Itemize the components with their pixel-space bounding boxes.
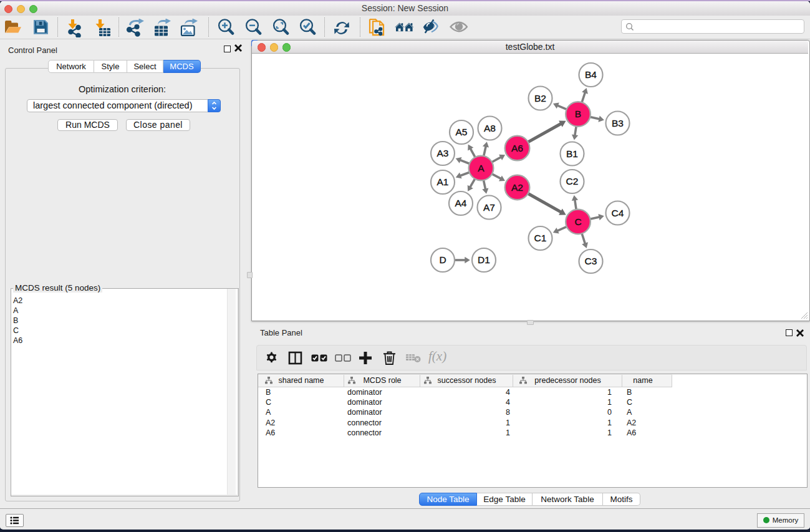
svg-text:C1: C1 bbox=[534, 233, 547, 243]
svg-text:B: B bbox=[575, 109, 581, 119]
svg-text:B4: B4 bbox=[585, 69, 597, 80]
svg-text:B3: B3 bbox=[612, 118, 624, 128]
svg-text:C: C bbox=[574, 216, 581, 227]
svg-text:A3: A3 bbox=[437, 148, 449, 158]
svg-text:B1: B1 bbox=[566, 148, 578, 159]
svg-text:A1: A1 bbox=[437, 177, 449, 187]
svg-text:A5: A5 bbox=[456, 127, 468, 137]
svg-text:A6: A6 bbox=[511, 143, 523, 153]
svg-text:A8: A8 bbox=[484, 123, 496, 133]
svg-text:D: D bbox=[439, 254, 446, 265]
svg-text:C3: C3 bbox=[585, 256, 597, 266]
svg-text:B2: B2 bbox=[534, 93, 546, 104]
svg-text:C4: C4 bbox=[612, 208, 624, 218]
svg-text:D1: D1 bbox=[478, 254, 490, 265]
svg-text:C2: C2 bbox=[566, 176, 579, 186]
svg-text:A2: A2 bbox=[511, 182, 523, 193]
svg-text:A4: A4 bbox=[455, 198, 467, 208]
svg-text:A7: A7 bbox=[483, 202, 495, 213]
svg-text:A: A bbox=[478, 163, 485, 173]
